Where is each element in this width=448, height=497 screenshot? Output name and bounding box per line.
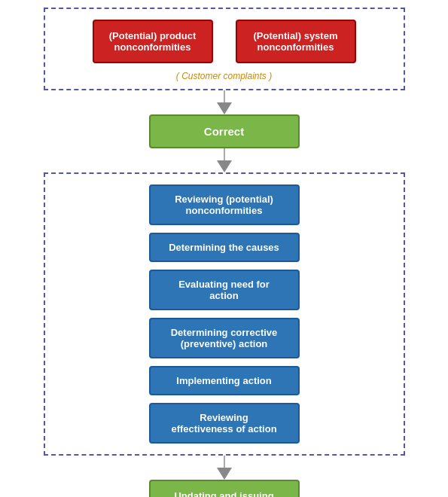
inputs-row: (Potential) product nonconformities (Pot… [53, 20, 396, 63]
system-nonconformities-label: (Potential) system nonconformities [254, 30, 338, 53]
step3-label: Evaluating need for action [178, 279, 270, 301]
product-nonconformities-box: (Potential) product nonconformities [93, 20, 213, 63]
step-reviewing-effectiveness: Reviewing effectiveness of action [149, 403, 300, 444]
process-steps-box: Reviewing (potential) nonconformities De… [44, 172, 405, 456]
arrow-3 [217, 468, 232, 480]
step-determining-causes: Determining the causes [149, 233, 300, 262]
arrow-line-1 [224, 90, 225, 102]
step4-label: Determining corrective (preventive) acti… [171, 327, 278, 349]
connector-1 [217, 90, 232, 114]
step-reviewing-nonconformities: Reviewing (potential) nonconformities [149, 184, 300, 225]
arrow-2 [217, 160, 232, 172]
top-inputs-box: (Potential) product nonconformities (Pot… [44, 8, 405, 90]
arrow-line-2 [224, 148, 225, 160]
correct-label: Correct [204, 125, 244, 138]
arrow-1 [217, 102, 232, 114]
diagram: (Potential) product nonconformities (Pot… [14, 8, 435, 497]
customer-complaints-label: Customer complaints [181, 71, 267, 81]
step5-label: Implementing action [176, 375, 271, 386]
step-determining-corrective: Determining corrective (preventive) acti… [149, 318, 300, 358]
connector-3 [217, 456, 232, 480]
updating-documents-box: Updating and issuing documents [149, 480, 300, 497]
step-evaluating-need: Evaluating need for action [149, 270, 300, 310]
step2-label: Determining the causes [169, 242, 279, 253]
correct-box: Correct [149, 114, 300, 148]
customer-complaints-area: ( Customer complaints ) [176, 71, 272, 81]
product-nonconformities-label: (Potential) product nonconformities [109, 30, 197, 53]
step6-label: Reviewing effectiveness of action [171, 412, 276, 434]
arrow-line-3 [224, 456, 225, 468]
connector-2 [217, 148, 232, 172]
step1-label: Reviewing (potential) nonconformities [175, 194, 273, 216]
cc-paren-right: ) [267, 71, 272, 81]
updating-documents-label: Updating and issuing documents [174, 490, 273, 497]
step-implementing-action: Implementing action [149, 366, 300, 395]
system-nonconformities-box: (Potential) system nonconformities [236, 20, 356, 63]
